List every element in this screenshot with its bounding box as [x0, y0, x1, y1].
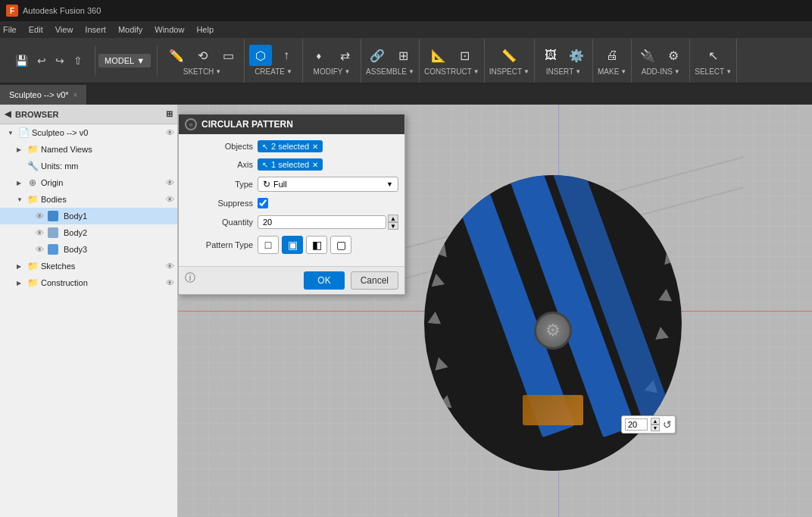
tree-arrow-bodies: ▼ [17, 196, 24, 203]
menu-insert[interactable]: Insert [85, 25, 106, 34]
tree-item-root[interactable]: ▼ 📄 Sculpteo --> v0 👁 [0, 124, 177, 141]
toolbar-insert-section: 🖼 ⚙️ INSERT ▼ [535, 39, 593, 83]
eye-icon-bodies[interactable]: 👁 [166, 195, 174, 204]
create-pattern-btn[interactable]: ⬡ [249, 45, 272, 66]
objects-selection-pill[interactable]: ↖ 2 selected ✕ [258, 140, 323, 152]
cancel-button[interactable]: Cancel [351, 271, 398, 290]
qty-spin-down[interactable]: ▼ [651, 425, 660, 431]
select-btn1[interactable]: ↖ [702, 45, 725, 66]
insert-label[interactable]: INSERT ▼ [546, 67, 581, 76]
sketch-create-btn[interactable]: ✏️ [165, 45, 188, 66]
tab-close-btn[interactable]: × [73, 91, 78, 99]
type-dropdown[interactable]: ↻ Full ▼ [258, 177, 398, 192]
pattern-btn-2[interactable]: ◧ [306, 236, 327, 254]
insert-btn2[interactable]: ⚙️ [565, 45, 588, 66]
tree-item-body1[interactable]: ▶ 👁 Body1 [0, 208, 177, 224]
menu-bar: File Edit View Insert Modify Window Help [0, 21, 812, 38]
tree-icon-namedviews: 📁 [27, 144, 39, 155]
ok-button[interactable]: OK [304, 271, 344, 290]
tree-item-namedviews[interactable]: ▶ 📁 Named Views [0, 141, 177, 158]
dialog-info-icon[interactable]: ⓘ [185, 271, 195, 290]
suppress-checkbox[interactable] [258, 198, 268, 208]
quantity-input[interactable]: 20 [258, 215, 386, 229]
construct-label[interactable]: CONSTRUCT ▼ [424, 67, 479, 76]
qa-push-btn[interactable]: ⇧ [70, 53, 86, 68]
pattern-type-buttons: □ ▣ ◧ ▢ [258, 236, 351, 254]
quantity-spin-up[interactable]: ▲ [388, 215, 398, 222]
menu-file[interactable]: File [3, 25, 17, 34]
qty-spin-up[interactable]: ▲ [651, 418, 660, 425]
sketch-label[interactable]: SKETCH ▼ [183, 67, 221, 76]
quantity-spin-down[interactable]: ▼ [388, 222, 398, 230]
addins-label[interactable]: ADD-INS ▼ [642, 67, 680, 76]
qa-save-btn[interactable]: 💾 [12, 53, 31, 68]
sidebar-back-icon[interactable]: ◀ [5, 109, 11, 119]
tree-item-bodies[interactable]: ▼ 📁 Bodies 👁 [0, 191, 177, 208]
create-arrow: ▼ [286, 68, 292, 75]
qa-redo-btn[interactable]: ↪ [52, 53, 67, 68]
objects-clear-btn[interactable]: ✕ [312, 143, 318, 151]
model-mode-dropdown[interactable]: MODEL ▼ [98, 54, 151, 67]
tree-item-construction[interactable]: ▶ 📁 Construction 👁 [0, 274, 177, 291]
menu-window[interactable]: Window [155, 25, 184, 34]
addins-btn1[interactable]: 🔌 [636, 45, 659, 66]
quantity-spinners: ▲ ▼ [388, 215, 398, 230]
tree-item-body3[interactable]: ▶ 👁 Body3 [0, 241, 177, 258]
tree-item-sketches[interactable]: ▶ 📁 Sketches 👁 [0, 258, 177, 274]
qty-reset-btn[interactable]: ↺ [663, 418, 672, 431]
eye-icon-root[interactable]: 👁 [166, 128, 174, 137]
create-extrude-btn[interactable]: ↑ [275, 45, 298, 66]
active-tab[interactable]: Sculpteo --> v0* × [0, 85, 87, 105]
assemble-btn2[interactable]: ⊞ [392, 45, 414, 66]
pattern-btn-3[interactable]: ▢ [330, 236, 351, 254]
addins-btn2[interactable]: ⚙ [662, 45, 685, 66]
addins-icons: 🔌 ⚙ [636, 45, 685, 66]
toolbar-assemble-section: 🔗 ⊞ ASSEMBLE ▼ [361, 39, 420, 83]
create-label[interactable]: CREATE ▼ [255, 67, 292, 76]
tree-item-units[interactable]: ▶ 🔧 Units: mm [0, 158, 177, 174]
viewport[interactable]: ⚙ 20 ▲ ▼ ↺ ○ CIRCULAR PATTERN [178, 105, 812, 517]
tree-item-origin[interactable]: ▶ ⊕ Origin 👁 [0, 174, 177, 191]
menu-help[interactable]: Help [196, 25, 214, 34]
assemble-btn1[interactable]: 🔗 [366, 45, 389, 66]
tab-bar: Sculpteo --> v0* × [0, 83, 812, 105]
make-btn1[interactable]: 🖨 [601, 45, 623, 66]
axis-selection-pill[interactable]: ↖ 1 selected ✕ [258, 158, 323, 171]
make-label[interactable]: MAKE ▼ [598, 67, 626, 76]
patterntype-label: Pattern Type [185, 240, 253, 249]
eye-icon-construction[interactable]: 👁 [166, 278, 174, 287]
assemble-label[interactable]: ASSEMBLE ▼ [366, 67, 414, 76]
tree-label-root: Sculpteo --> v0 [32, 128, 164, 137]
menu-modify[interactable]: Modify [118, 25, 142, 34]
construct-btn2[interactable]: ⊡ [453, 45, 476, 66]
pattern-btn-0[interactable]: □ [258, 236, 279, 254]
body2-color-swatch [48, 227, 58, 238]
inspect-btn1[interactable]: 📏 [498, 45, 520, 66]
pattern-btn-1[interactable]: ▣ [282, 236, 303, 254]
eye-icon-body1[interactable]: 👁 [36, 212, 44, 221]
insert-btn1[interactable]: 🖼 [539, 45, 562, 66]
modify-btn1[interactable]: ⬧ [308, 45, 330, 66]
sketch-shape-btn[interactable]: ▭ [217, 45, 239, 66]
addins-arrow: ▼ [674, 68, 680, 75]
modify-label[interactable]: MODIFY ▼ [314, 67, 351, 76]
menu-edit[interactable]: Edit [29, 25, 43, 34]
toolbar-make-section: 🖨 MAKE ▼ [593, 39, 632, 83]
sidebar-toggle-icon[interactable]: ⊞ [166, 109, 173, 119]
menu-view[interactable]: View [55, 25, 73, 34]
axis-clear-btn[interactable]: ✕ [312, 161, 318, 169]
qa-undo-btn[interactable]: ↩ [34, 53, 49, 68]
eye-icon-origin[interactable]: 👁 [166, 178, 174, 187]
tree-item-body2[interactable]: ▶ 👁 Body2 [0, 224, 177, 241]
title-bar: F Autodesk Fusion 360 [0, 0, 812, 21]
qty-overlay-input[interactable]: 20 [625, 418, 648, 431]
eye-icon-sketches[interactable]: 👁 [166, 262, 174, 271]
sketch-finish-btn[interactable]: ⟲ [191, 45, 214, 66]
modify-btn2[interactable]: ⇄ [333, 45, 356, 66]
eye-icon-body2[interactable]: 👁 [36, 228, 44, 237]
select-label[interactable]: SELECT ▼ [695, 67, 732, 76]
eye-icon-body3[interactable]: 👁 [36, 245, 44, 254]
tree-arrow-origin: ▶ [17, 180, 24, 186]
inspect-label[interactable]: INSPECT ▼ [489, 67, 529, 76]
construct-btn1[interactable]: 📐 [427, 45, 450, 66]
